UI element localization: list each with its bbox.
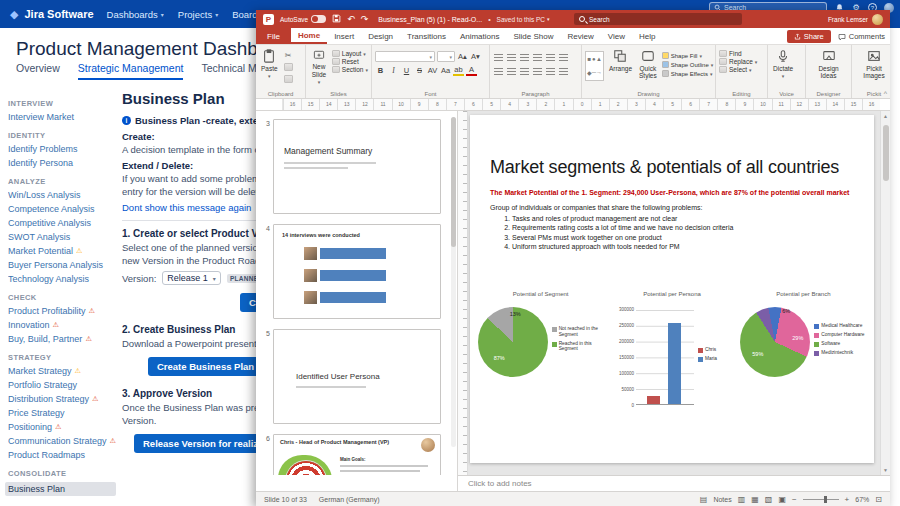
tab-strategic-management[interactable]: Strategic Management [78,62,184,80]
zoom-in-icon[interactable]: + [845,495,850,504]
version-select[interactable]: Release 1 ▾ [162,271,221,285]
sidebar-item-buyer-persona-analysis[interactable]: Buyer Persona Analysis [8,260,116,270]
ribbon-tab-animations[interactable]: Animations [453,28,507,44]
design-ideas-button[interactable]: Design Ideas [809,48,848,87]
autosave-toggle[interactable] [311,15,326,23]
sidebar-item-win-loss-analysis[interactable]: Win/Loss Analysis [8,190,116,200]
grow-font-icon[interactable]: A▴ [457,51,468,62]
notes-toggle-label[interactable]: Notes [713,496,731,503]
nav-menu-dashboards[interactable]: Dashboards▾ [107,9,164,20]
slide-sorter-view-icon[interactable]: ▦ [751,495,759,504]
sidebar-item-portfolio-strategy[interactable]: Portfolio Strategy [8,380,116,390]
strikethrough-button[interactable]: S [414,65,425,76]
scrollbar-thumb[interactable] [883,125,889,181]
highlight-color-button[interactable]: ab [453,65,464,76]
underline-button[interactable]: U [401,65,412,76]
sidebar-item-distribution-strategy[interactable]: Distribution Strategy⚠ [8,394,116,404]
sidebar-item-identify-persona[interactable]: Identify Persona [8,158,116,168]
character-spacing-icon[interactable]: AV [427,65,438,76]
ribbon-tab-insert[interactable]: Insert [327,28,361,44]
bold-button[interactable]: B [375,65,386,76]
sidebar-item-business-plan[interactable]: Business Plan [5,482,116,496]
vertical-ruler[interactable] [458,111,468,475]
ribbon-tab-slide-show[interactable]: Slide Show [506,28,560,44]
slideshow-view-icon[interactable]: ▣ [778,495,786,504]
text-direction-icon[interactable] [558,51,569,62]
shape-effects-button[interactable]: Shape Effects▾ [662,70,714,77]
language-indicator[interactable]: German (Germany) [319,496,380,503]
scroll-down-icon[interactable]: ▼ [881,465,890,475]
ribbon-tab-home[interactable]: Home [291,28,327,44]
sidebar-item-swot-analysis[interactable]: SWOT Analysis [8,232,116,242]
autosave-control[interactable]: AutoSave [280,15,326,23]
decrease-indent-icon[interactable] [519,51,530,62]
share-button[interactable]: Share [787,30,831,43]
arrange-button[interactable]: Arrange [607,48,634,87]
normal-view-icon[interactable]: ▥ [738,495,746,504]
justify-icon[interactable] [532,65,543,76]
sidebar-item-competitive-analysis[interactable]: Competitive Analysis [8,218,116,228]
ribbon-tab-view[interactable]: View [601,28,632,44]
save-icon[interactable] [332,14,341,25]
sidebar-item-competence-analysis[interactable]: Competence Analysis [8,204,116,214]
thumbnail-scrollbar[interactable] [451,117,456,447]
select-button[interactable]: Select▾ [719,66,757,73]
align-center-icon[interactable] [506,65,517,76]
change-case-icon[interactable]: Aa [440,65,451,76]
redo-icon[interactable]: ↷ [361,15,369,24]
scroll-up-icon[interactable]: ▲ [881,111,890,121]
paste-button[interactable]: Paste ▾ [259,48,280,87]
ppt-search-box[interactable]: Search [574,13,742,25]
save-location[interactable]: Saved to this PC ▾ [497,16,550,23]
sidebar-item-product-profitability[interactable]: Product Profitability⚠ [8,306,116,316]
slide-canvas[interactable]: Market segments & potentials of all coun… [470,115,874,463]
zoom-slider[interactable] [803,499,839,500]
line-spacing-icon[interactable] [545,51,556,62]
columns-icon[interactable] [545,65,556,76]
sidebar-item-innovation[interactable]: Innovation⚠ [8,320,116,330]
font-size-select[interactable]: ▾ [437,51,455,62]
horizontal-ruler[interactable]: 1615141312111098765432101234567891011121… [282,99,880,110]
quick-styles-button[interactable]: Quick Styles [637,48,659,87]
slide-thumbnail-4[interactable]: 14 interviews were conducted [273,224,441,319]
find-button[interactable]: Find [719,50,757,57]
slide-thumbnail-3[interactable]: Management Summary [273,119,441,214]
section-button[interactable]: Section▾ [332,66,368,73]
ribbon-tab-transitions[interactable]: Transitions [400,28,453,44]
shrink-font-icon[interactable]: A▾ [470,51,481,62]
new-slide-button[interactable]: New Slide ▾ [309,48,329,87]
sidebar-item-market-strategy[interactable]: Market Strategy⚠ [8,366,116,376]
sidebar-item-product-roadmaps[interactable]: Product Roadmaps [8,450,116,460]
notes-toggle-icon[interactable]: ▤ [700,495,708,504]
shapes-gallery[interactable]: ■●▲ ◆─→ [585,51,604,81]
dictate-button[interactable]: Dictate ▾ [771,48,795,87]
reset-button[interactable]: Reset [332,58,368,65]
notes-pane[interactable]: Click to add notes [458,475,890,491]
undo-icon[interactable]: ↶ [347,15,355,24]
layout-button[interactable]: Layout▾ [332,50,368,57]
account-info[interactable]: Frank Lemser [828,14,883,25]
align-left-icon[interactable] [493,65,504,76]
slide-thumbnail-6[interactable]: Chris - Head of Product Management (VP) … [273,434,441,475]
sidebar-item-technology-analysis[interactable]: Technology Analysis [8,274,116,284]
sidebar-item-positioning[interactable]: Positioning⚠ [8,422,116,432]
fit-slide-icon[interactable]: ⊡ [875,495,882,504]
ribbon-tab-design[interactable]: Design [361,28,400,44]
align-right-icon[interactable] [519,65,530,76]
sidebar-item-price-strategy[interactable]: Price Strategy [8,408,116,418]
sidebar-item-communication-strategy[interactable]: Communication Strategy⚠ [8,436,116,446]
create-business-plan-button[interactable]: Create Business Plan [148,357,263,376]
reading-view-icon[interactable]: ▧ [765,495,773,504]
slide-scrollbar[interactable]: ▲ ▼ [880,111,890,475]
format-painter-icon[interactable] [284,75,293,83]
shape-outline-button[interactable]: Shape Outline▾ [662,61,714,68]
nav-menu-projects[interactable]: Projects▾ [178,9,218,20]
zoom-percentage[interactable]: 67% [855,496,869,503]
font-name-select[interactable]: ▾ [375,51,435,62]
slide-thumbnail-5[interactable]: Identified User Persona [273,329,441,424]
numbered-list-icon[interactable] [506,51,517,62]
comments-button[interactable]: Comments [838,32,885,41]
sidebar-item-interview-market[interactable]: Interview Market [8,112,116,122]
shape-fill-button[interactable]: Shape Fill▾ [662,52,714,59]
pickit-button[interactable]: Pickit Images [855,48,893,87]
